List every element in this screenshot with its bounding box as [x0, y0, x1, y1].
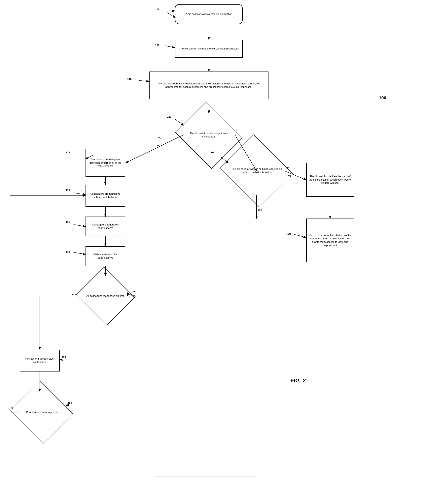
node-140: Colleague/s submit/s contribution/s — [85, 246, 125, 266]
node-130-text: Colleague/s are notified to submit contr… — [87, 192, 123, 199]
yes-label-145: Yes — [71, 293, 76, 296]
label-135: 135 — [66, 221, 70, 223]
node-170-text: The bid solicitor notifies bidders of th… — [308, 234, 352, 247]
node-140-text: Colleague/s submit/s contribution/s — [87, 253, 123, 260]
node-155: Contributions were rejected — [18, 391, 66, 433]
flowchart-diagram: 100 A bid solicitor starts a new bid sol… — [0, 0, 426, 504]
node-160: The bid solicitor wishes all bidders to … — [229, 147, 284, 195]
svg-line-35 — [288, 179, 306, 180]
label-170: 170 — [286, 232, 291, 235]
arrow-label-105 — [167, 10, 177, 15]
node-165-text: The bid solicitor defines the parts of t… — [308, 175, 352, 185]
node-160-text: The bid solicitor wishes all bidders to … — [229, 166, 284, 176]
node-170: The bid solicitor notifies bidders of th… — [306, 219, 354, 262]
yes-label-120: Yes — [157, 145, 162, 148]
svg-line-8 — [126, 135, 183, 163]
label-165: 165 — [286, 175, 291, 178]
label-125: 125 — [66, 151, 70, 154]
node-115-text: The bid solicitor defines requirements a… — [151, 82, 267, 89]
node-150-text: Review and accept/reject contribution — [22, 357, 58, 364]
svg-line-5 — [139, 80, 149, 82]
node-120: The bid solicitor needs input from colle… — [183, 113, 235, 157]
label-130: 130 — [66, 189, 70, 192]
ref-100: 100 — [379, 95, 386, 101]
yes-label-160: Yes — [257, 208, 262, 211]
fig-label: FIG. 2 — [290, 377, 306, 384]
node-110-text: The bid solicitor defines the bid solici… — [179, 47, 238, 50]
node-130: Colleague/s are notified to submit contr… — [85, 185, 125, 207]
node-125-text: The bid solicitor delegates definition o… — [87, 158, 123, 168]
svg-line-7 — [175, 119, 183, 125]
node-110: The bid solicitor defines the bid solici… — [175, 40, 243, 58]
label-115: 115 — [127, 77, 132, 80]
node-115: The bid solicitor defines requirements a… — [149, 71, 269, 99]
svg-line-3 — [165, 46, 175, 48]
node-145-text: All colleagues responded on time — [84, 292, 127, 300]
label-155: 155 — [68, 401, 72, 404]
node-125: The bid solicitor delegates definition o… — [85, 149, 125, 177]
label-110: 110 — [155, 44, 159, 47]
label-145: 145 — [131, 290, 136, 293]
label-120: 120 — [167, 115, 171, 118]
node-145: All colleagues responded on time — [84, 276, 127, 316]
svg-line-21 — [60, 359, 62, 360]
node-135-text: Colleague/s generate/s contribution/s — [87, 223, 123, 230]
svg-line-0 — [167, 13, 175, 17]
node-155-text: Contributions were rejected — [24, 409, 59, 416]
node-120-text: The bid solicitor needs input from colle… — [183, 130, 235, 140]
node-105-text: A bid solicitor starts a new bid solicit… — [185, 13, 232, 16]
label-140: 140 — [66, 250, 70, 253]
node-135: Colleague/s generate/s contribution/s — [85, 217, 125, 236]
svg-line-33 — [74, 252, 85, 254]
svg-line-31 — [74, 193, 85, 195]
node-150: Review and accept/reject contribution — [20, 350, 60, 372]
label-150: 150 — [62, 356, 66, 359]
node-105: A bid solicitor starts a new bid solicit… — [175, 4, 243, 24]
label-105: 105 — [155, 8, 159, 11]
node-165: The bid solicitor defines the parts of t… — [306, 163, 354, 197]
yes-120: Yes — [158, 137, 163, 140]
svg-line-32 — [74, 224, 85, 227]
svg-line-36 — [294, 235, 306, 237]
no-120: No — [236, 129, 239, 132]
label-160: 160 — [211, 151, 215, 154]
